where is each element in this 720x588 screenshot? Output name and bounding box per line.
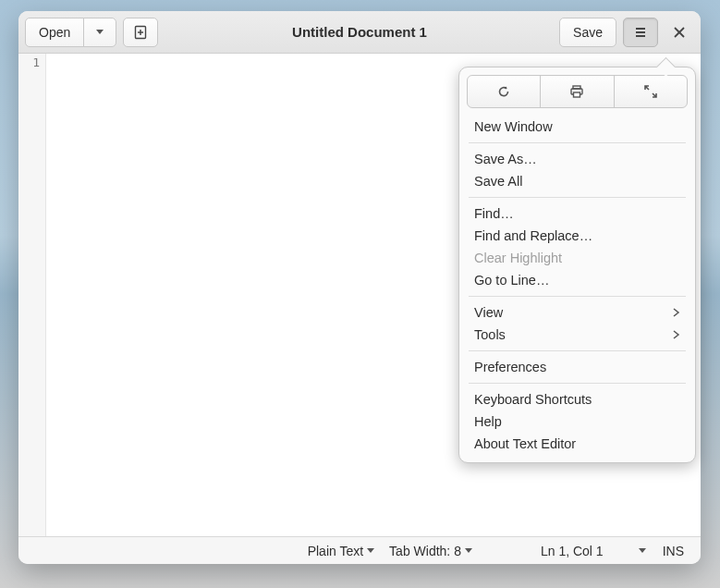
menu-item-save-all[interactable]: Save All — [467, 170, 688, 192]
menu-item-preferences[interactable]: Preferences — [467, 356, 688, 378]
caret-down-icon — [96, 30, 104, 34]
insert-mode-indicator[interactable]: INS — [657, 544, 689, 558]
fullscreen-icon — [643, 84, 658, 99]
menu-separator — [469, 142, 686, 143]
hamburger-menu-button[interactable] — [623, 18, 658, 47]
menu-item-clear-highlight: Clear Highlight — [467, 247, 688, 269]
language-mode-label: Plain Text — [308, 544, 363, 558]
line-number: 1 — [18, 55, 40, 69]
new-tab-button[interactable] — [123, 18, 158, 47]
menu-separator — [469, 383, 686, 384]
language-mode-selector[interactable]: Plain Text — [304, 544, 378, 558]
menu-item-help[interactable]: Help — [467, 410, 688, 433]
menu-item-view[interactable]: View — [467, 301, 688, 324]
insert-mode-label: INS — [663, 544, 684, 558]
cursor-position-selector[interactable]: Ln 1, Col 1 — [537, 544, 650, 558]
caret-down-icon — [639, 548, 646, 553]
open-button-group: Open — [25, 18, 116, 47]
fullscreen-button[interactable] — [614, 75, 688, 108]
caret-down-icon — [367, 548, 374, 553]
new-document-icon — [133, 25, 148, 40]
menu-separator — [469, 350, 686, 351]
menu-separator — [469, 296, 686, 297]
menu-item-label: Tools — [474, 327, 506, 342]
menu-item-about[interactable]: About Text Editor — [467, 433, 688, 455]
open-recent-dropdown[interactable] — [83, 18, 116, 47]
chevron-right-icon — [673, 330, 680, 339]
print-button[interactable] — [540, 75, 614, 108]
menu-item-save-as[interactable]: Save As… — [467, 148, 688, 170]
reload-button[interactable] — [467, 75, 541, 108]
menu-item-find-replace[interactable]: Find and Replace… — [467, 225, 688, 247]
open-button[interactable]: Open — [25, 18, 84, 47]
statusbar: Plain Text Tab Width: 8 Ln 1, Col 1 INS — [18, 536, 701, 564]
menu-item-new-window[interactable]: New Window — [467, 116, 688, 138]
cursor-position-label: Ln 1, Col 1 — [541, 544, 604, 558]
headerbar: Open Untitled Document 1 Save — [18, 11, 701, 54]
save-button[interactable]: Save — [559, 18, 616, 47]
hamburger-menu-popover: New Window Save As… Save All Find… Find … — [458, 67, 696, 463]
hamburger-icon — [633, 25, 648, 40]
menu-icon-row — [467, 75, 688, 108]
close-icon — [673, 26, 686, 39]
svg-rect-10 — [574, 92, 580, 97]
chevron-right-icon — [673, 308, 680, 317]
tab-width-selector[interactable]: Tab Width: 8 — [385, 544, 476, 558]
close-window-button[interactable] — [665, 18, 694, 47]
menu-item-keyboard-shortcuts[interactable]: Keyboard Shortcuts — [467, 388, 688, 410]
print-icon — [569, 84, 584, 99]
menu-item-label: View — [474, 305, 503, 320]
menu-item-tools[interactable]: Tools — [467, 324, 688, 346]
caret-down-icon — [465, 548, 472, 553]
menu-separator — [469, 197, 686, 198]
tab-width-label: Tab Width: 8 — [389, 544, 461, 558]
line-number-gutter: 1 — [18, 54, 46, 536]
reload-icon — [496, 84, 511, 99]
menu-item-go-to-line[interactable]: Go to Line… — [467, 269, 688, 291]
menu-item-find[interactable]: Find… — [467, 202, 688, 225]
